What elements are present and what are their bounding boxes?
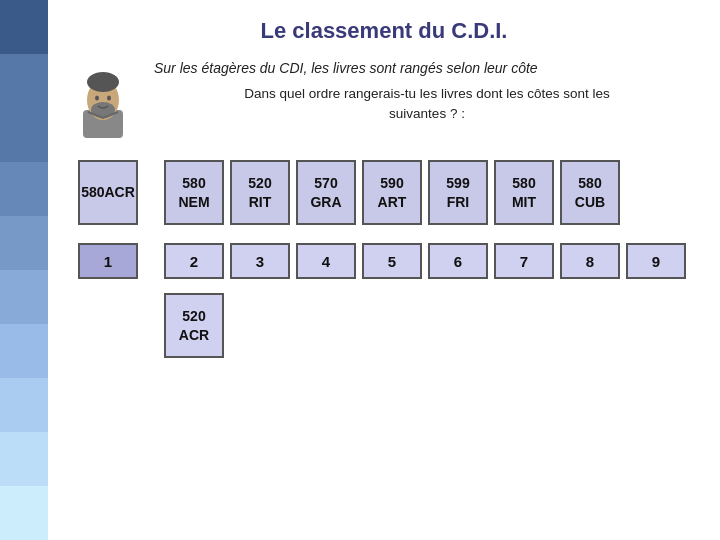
num-box-1[interactable]: 1 xyxy=(78,243,138,279)
book-card-art: 590ART xyxy=(362,160,422,225)
bar-8 xyxy=(0,378,48,432)
subtitle: Sur les étagères du CDI, les livres sont… xyxy=(154,60,700,76)
book-card-cub: 580CUB xyxy=(560,160,620,225)
instruction: Dans quel ordre rangerais-tu les livres … xyxy=(154,84,700,125)
book-card-first: 580 ACR xyxy=(78,160,138,225)
bar-10 xyxy=(0,486,48,540)
num-box-6[interactable]: 6 xyxy=(428,243,488,279)
left-bar xyxy=(0,0,48,540)
num-box-4[interactable]: 4 xyxy=(296,243,356,279)
bar-1 xyxy=(0,0,48,54)
svg-point-4 xyxy=(95,96,99,101)
bar-2 xyxy=(0,54,48,108)
answer-section: 520ACR xyxy=(68,293,700,358)
books-section: 580 ACR 580NEM 520RIT 570GRA 590ART 599F… xyxy=(68,160,700,225)
answer-card: 520ACR xyxy=(164,293,224,358)
book-card-rit: 520RIT xyxy=(230,160,290,225)
num-box-5[interactable]: 5 xyxy=(362,243,422,279)
avatar xyxy=(68,60,138,140)
bar-3 xyxy=(0,108,48,162)
header-text: Sur les étagères du CDI, les livres sont… xyxy=(154,60,700,125)
page-title: Le classement du C.D.I. xyxy=(68,18,700,44)
book-first-line1: 580 xyxy=(81,183,104,201)
num-box-7[interactable]: 7 xyxy=(494,243,554,279)
num-box-8[interactable]: 8 xyxy=(560,243,620,279)
bar-4 xyxy=(0,162,48,216)
book-card-nem: 580NEM xyxy=(164,160,224,225)
svg-point-5 xyxy=(107,96,111,101)
bar-9 xyxy=(0,432,48,486)
book-card-gra: 570GRA xyxy=(296,160,356,225)
numbers-section: 1 2 3 4 5 6 7 8 9 xyxy=(68,243,700,279)
bar-5 xyxy=(0,216,48,270)
svg-point-2 xyxy=(87,72,119,92)
bar-7 xyxy=(0,324,48,378)
num-box-9[interactable]: 9 xyxy=(626,243,686,279)
header-area: Sur les étagères du CDI, les livres sont… xyxy=(68,60,700,140)
main-content: Le classement du C.D.I. Sur les étagères… xyxy=(48,0,720,540)
book-first-line2: ACR xyxy=(105,183,135,201)
num-box-3[interactable]: 3 xyxy=(230,243,290,279)
book-card-mit: 580MIT xyxy=(494,160,554,225)
num-box-2[interactable]: 2 xyxy=(164,243,224,279)
book-card-fri: 599FRI xyxy=(428,160,488,225)
bar-6 xyxy=(0,270,48,324)
